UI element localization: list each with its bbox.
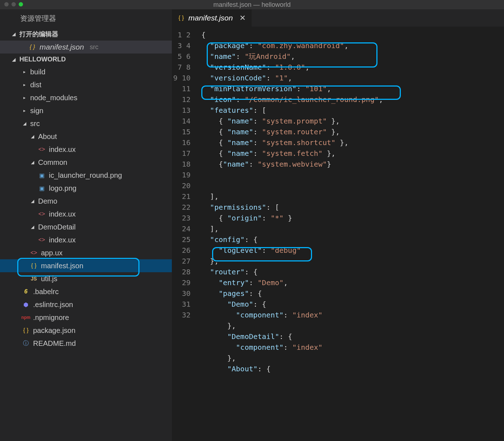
file-row[interactable]: <>index.ux xyxy=(0,233,172,246)
code-tag-icon: <> xyxy=(30,249,37,256)
json-icon: { } xyxy=(22,327,29,334)
open-editors-label: 打开的编辑器 xyxy=(19,30,58,38)
chevron-down-icon: ◢ xyxy=(22,121,27,126)
code-tag-icon: <> xyxy=(38,236,45,243)
folder-row[interactable]: ◢src xyxy=(0,117,172,130)
tree-item-label: DemoDetail xyxy=(38,223,75,231)
tree-item-label: index.ux xyxy=(49,236,76,244)
file-row[interactable]: <>index.ux xyxy=(0,208,172,220)
folder-row[interactable]: ▸dist xyxy=(0,78,172,91)
tree-item-label: index.ux xyxy=(49,210,76,218)
tree-item-label: index.ux xyxy=(49,145,76,154)
info-icon: ⓘ xyxy=(22,340,29,347)
tree-item-label: .npmignore xyxy=(33,314,69,322)
file-row[interactable]: ▣logo.png xyxy=(0,182,172,195)
tree-item-label: src xyxy=(30,120,40,128)
tree-item-label: .babelrc xyxy=(33,288,59,296)
close-icon[interactable]: ✕ xyxy=(239,14,246,22)
eslint-icon: ⬢ xyxy=(22,301,29,308)
tree-item-label: build xyxy=(30,68,45,76)
file-row[interactable]: { }package.json xyxy=(0,324,172,337)
explorer-sidebar: 资源管理器 ◢ 打开的编辑器 { } manifest.json src ◢ H… xyxy=(0,9,172,441)
file-row[interactable]: { }manifest.json xyxy=(0,259,172,272)
file-row[interactable]: ▣ic_launcher_round.png xyxy=(0,169,172,182)
file-row[interactable]: 6.babelrc xyxy=(0,285,172,298)
maximize-window-icon[interactable] xyxy=(19,2,23,6)
tree-item-label: package.json xyxy=(33,326,75,335)
tree-item-label: README.md xyxy=(33,339,76,348)
chevron-right-icon: ▸ xyxy=(22,70,27,74)
editor-area: { } manifest.json ✕ 1 2 3 4 5 6 7 8 9 10… xyxy=(172,9,504,441)
file-row[interactable]: <>app.ux xyxy=(0,246,172,259)
folder-row[interactable]: ▸build xyxy=(0,65,172,78)
chevron-down-icon: ◢ xyxy=(12,32,16,36)
tree-item-label: Common xyxy=(38,158,67,167)
project-folder-header[interactable]: ◢ HELLOWORLD xyxy=(0,54,172,65)
tree-item-label: util.js xyxy=(41,275,58,283)
babel-icon: 6 xyxy=(22,288,29,295)
folder-row[interactable]: ◢Demo xyxy=(0,195,172,208)
js-icon: JS xyxy=(30,275,37,282)
chevron-down-icon: ◢ xyxy=(30,160,35,164)
open-editor-filename: manifest.json xyxy=(40,43,84,51)
chevron-right-icon: ▸ xyxy=(22,83,27,87)
tree-item-label: About xyxy=(38,133,57,141)
tree-item-label: manifest.json xyxy=(41,262,83,270)
file-row[interactable]: JSutil.js xyxy=(0,272,172,285)
folder-row[interactable]: ▸node_modules xyxy=(0,91,172,104)
chevron-down-icon: ◢ xyxy=(12,57,16,62)
tree-item-label: sign xyxy=(30,107,43,115)
file-row[interactable]: <>index.ux xyxy=(0,143,172,156)
tree-item-label: Demo xyxy=(38,197,57,205)
image-icon: ▣ xyxy=(38,185,45,192)
tab-manifest-json[interactable]: { } manifest.json ✕ xyxy=(172,9,252,27)
project-name: HELLOWORLD xyxy=(19,56,66,63)
code-tag-icon: <> xyxy=(38,210,45,218)
code-tag-icon: <> xyxy=(38,146,45,153)
window-title: manifest.json — helloworld xyxy=(213,1,290,9)
editor-body[interactable]: 1 2 3 4 5 6 7 8 9 10 11 12 13 14 15 16 1… xyxy=(172,27,504,441)
file-tree: ▸build▸dist▸node_modules▸sign◢src◢About<… xyxy=(0,65,172,441)
folder-row[interactable]: ▸sign xyxy=(0,104,172,117)
folder-row[interactable]: ◢About xyxy=(0,130,172,143)
folder-row[interactable]: ◢Common xyxy=(0,156,172,169)
json-icon: { } xyxy=(30,262,37,269)
window-controls[interactable] xyxy=(4,2,23,6)
tree-item-label: app.ux xyxy=(41,249,63,257)
file-row[interactable]: ⓘREADME.md xyxy=(0,337,172,350)
chevron-down-icon: ◢ xyxy=(30,199,35,203)
json-icon: { } xyxy=(29,43,36,51)
title-bar: manifest.json — helloworld xyxy=(0,0,504,9)
chevron-down-icon: ◢ xyxy=(30,134,35,139)
chevron-down-icon: ◢ xyxy=(30,225,35,229)
open-editors-header[interactable]: ◢ 打开的编辑器 xyxy=(0,28,172,41)
tree-item-label: .eslintrc.json xyxy=(33,301,73,309)
tab-label: manifest.json xyxy=(188,14,233,22)
tree-item-label: ic_launcher_round.png xyxy=(49,171,122,180)
image-icon: ▣ xyxy=(38,172,45,179)
tree-item-label: dist xyxy=(30,81,41,89)
minimize-window-icon[interactable] xyxy=(12,2,16,6)
chevron-right-icon: ▸ xyxy=(22,96,27,100)
folder-row[interactable]: ◢DemoDetail xyxy=(0,220,172,233)
json-icon: { } xyxy=(178,14,185,22)
file-row[interactable]: npm.npmignore xyxy=(0,311,172,324)
line-number-gutter: 1 2 3 4 5 6 7 8 9 10 11 12 13 14 15 16 1… xyxy=(172,27,197,441)
code-content[interactable]: { "package": "com.zhy.wanandroid", "name… xyxy=(197,27,504,441)
tree-item-label: node_modules xyxy=(30,94,77,102)
open-editor-item[interactable]: { } manifest.json src xyxy=(0,41,172,54)
tree-item-label: logo.png xyxy=(49,184,77,192)
file-row[interactable]: ⬢.eslintrc.json xyxy=(0,298,172,311)
tab-bar: { } manifest.json ✕ xyxy=(172,9,504,27)
close-window-icon[interactable] xyxy=(4,2,9,6)
npm-icon: npm xyxy=(22,314,29,321)
open-editor-dir: src xyxy=(90,43,98,51)
explorer-title: 资源管理器 xyxy=(0,9,172,28)
chevron-right-icon: ▸ xyxy=(22,108,27,113)
